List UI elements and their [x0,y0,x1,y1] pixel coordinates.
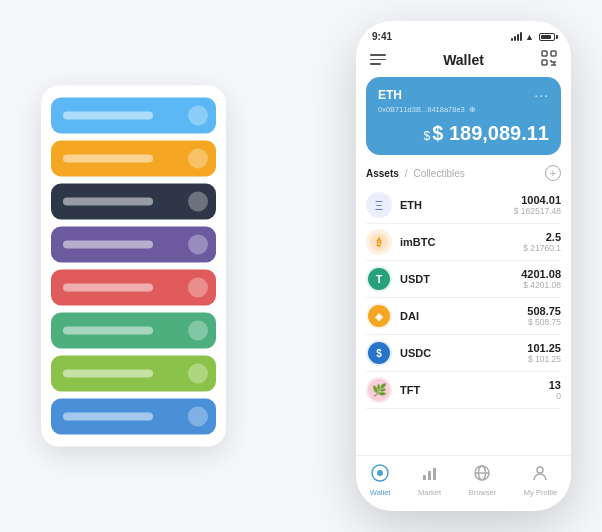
usdt-asset-name: USDT [400,273,521,285]
tft-asset-icon: 🌿 [366,377,392,403]
nav-profile[interactable]: My Profile [524,464,557,497]
card-icon-3 [188,192,208,212]
card-stack [41,86,226,447]
svg-rect-2 [542,60,547,65]
battery-fill [541,35,551,39]
nav-browser[interactable]: Browser [469,464,497,497]
asset-row-eth[interactable]: Ξ ETH 1004.01 $ 162517.48 [366,187,561,224]
eth-symbol: ETH [378,88,402,102]
asset-list: Ξ ETH 1004.01 $ 162517.48 ₿ imBTC [366,187,561,455]
market-nav-icon [421,464,439,486]
eth-more-icon[interactable]: ··· [534,87,549,103]
card-item-7[interactable] [51,356,216,392]
svg-rect-0 [542,51,547,56]
usdc-secondary: $ 101.25 [527,354,561,364]
nav-profile-label: My Profile [524,488,557,497]
eth-card-top: ETH ··· [378,87,549,103]
nav-market[interactable]: Market [418,464,441,497]
signal-bar-4 [520,32,522,41]
svg-point-25 [537,467,543,473]
svg-rect-20 [428,471,431,480]
svg-point-18 [377,470,383,476]
usdc-asset-amount: 101.25 $ 101.25 [527,342,561,364]
imbtc-asset-amount: 2.5 $ 21760.1 [523,231,561,253]
eth-card[interactable]: ETH ··· 0x0B711d3B...8418a78e3 ⊕ $$ 189,… [366,77,561,155]
signal-bars-icon [511,32,522,41]
svg-rect-19 [423,475,426,480]
imbtc-asset-name: imBTC [400,236,523,248]
card-item-3[interactable] [51,184,216,220]
card-icon-4 [188,235,208,255]
browser-nav-icon [473,464,491,486]
page-title: Wallet [443,52,484,68]
svg-rect-1 [551,51,556,56]
tab-collectibles[interactable]: Collectibles [414,168,465,179]
asset-row-usdt[interactable]: T USDT 4201.08 $ 4201.08 [366,261,561,298]
card-icon-8 [188,407,208,427]
card-text-5 [63,284,153,292]
imbtc-secondary: $ 21760.1 [523,243,561,253]
eth-secondary: $ 162517.48 [514,206,561,216]
dai-asset-amount: 508.75 $ 508.75 [527,305,561,327]
phone-mockup: 9:41 ▲ Wallet [356,21,571,511]
assets-header: Assets / Collectibles + [366,165,561,181]
scan-icon[interactable] [541,50,557,69]
status-icons: ▲ [511,32,555,42]
card-item-1[interactable] [51,98,216,134]
wallet-nav-icon [371,464,389,486]
usdt-asset-icon: T [366,266,392,292]
usdc-asset-icon: $ [366,340,392,366]
menu-line-2 [370,59,386,61]
imbtc-asset-icon: ₿ [366,229,392,255]
card-icon-6 [188,321,208,341]
card-text-2 [63,155,153,163]
svg-text:₿: ₿ [376,237,382,248]
card-text-6 [63,327,153,335]
eth-balance: $$ 189,089.11 [378,122,549,145]
tab-assets[interactable]: Assets [366,168,399,179]
card-item-2[interactable] [51,141,216,177]
signal-bar-1 [511,38,513,41]
eth-asset-name: ETH [400,199,514,211]
usdc-asset-name: USDC [400,347,527,359]
nav-market-label: Market [418,488,441,497]
nav-wallet-label: Wallet [370,488,391,497]
eth-primary: 1004.01 [514,194,561,206]
status-time: 9:41 [372,31,392,42]
battery-icon [539,33,555,41]
tft-asset-amount: 13 0 [549,379,561,401]
card-text-7 [63,370,153,378]
menu-line-3 [370,63,381,65]
asset-row-tft[interactable]: 🌿 TFT 13 0 [366,372,561,409]
tft-asset-name: TFT [400,384,549,396]
signal-bar-3 [517,34,519,41]
menu-button[interactable] [370,54,386,65]
card-item-8[interactable] [51,399,216,435]
svg-text:◈: ◈ [374,311,384,322]
card-item-5[interactable] [51,270,216,306]
assets-tabs: Assets / Collectibles [366,168,465,179]
tft-primary: 13 [549,379,561,391]
dai-asset-icon: ◈ [366,303,392,329]
card-item-6[interactable] [51,313,216,349]
profile-nav-icon [531,464,549,486]
card-icon-5 [188,278,208,298]
svg-text:T: T [376,273,383,285]
wifi-icon: ▲ [525,32,534,42]
usdc-primary: 101.25 [527,342,561,354]
eth-asset-amount: 1004.01 $ 162517.48 [514,194,561,216]
card-item-4[interactable] [51,227,216,263]
asset-row-imbtc[interactable]: ₿ imBTC 2.5 $ 21760.1 [366,224,561,261]
usdt-secondary: $ 4201.08 [521,280,561,290]
menu-line-1 [370,54,386,56]
asset-row-dai[interactable]: ◈ DAI 508.75 $ 508.75 [366,298,561,335]
card-text-3 [63,198,153,206]
dai-primary: 508.75 [527,305,561,317]
nav-wallet[interactable]: Wallet [370,464,391,497]
asset-row-usdc[interactable]: $ USDC 101.25 $ 101.25 [366,335,561,372]
card-text-8 [63,413,153,421]
svg-text:$: $ [376,348,382,359]
phone-content: ETH ··· 0x0B711d3B...8418a78e3 ⊕ $$ 189,… [356,77,571,455]
card-icon-2 [188,149,208,169]
add-asset-button[interactable]: + [545,165,561,181]
